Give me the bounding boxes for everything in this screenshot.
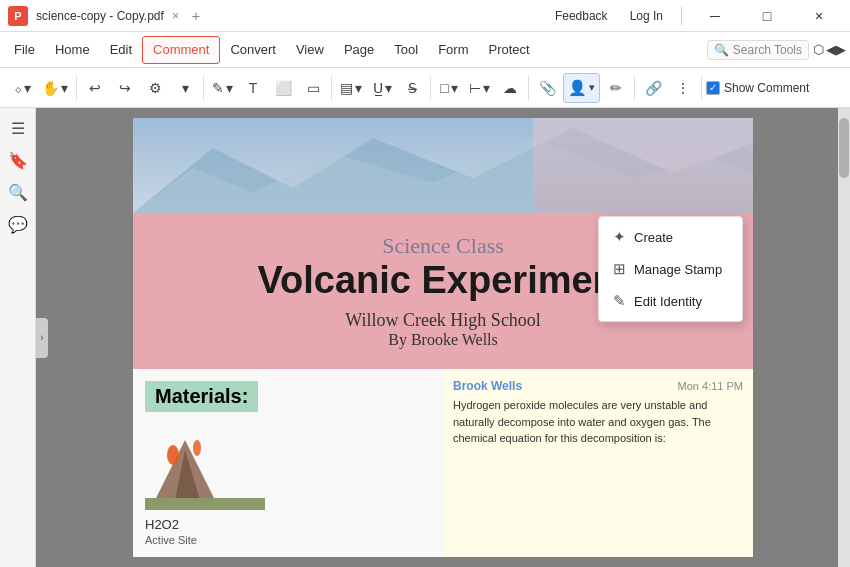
search-tools[interactable]: 🔍 Search Tools: [707, 40, 809, 60]
link-icon: 🔗: [645, 80, 662, 96]
close-tab-button[interactable]: ×: [172, 8, 180, 23]
sticky-note-button[interactable]: ✎▾: [208, 73, 237, 103]
maximize-button[interactable]: □: [744, 0, 790, 32]
menu-view[interactable]: View: [286, 36, 334, 64]
separator1: [76, 76, 77, 100]
active-site-label: Active Site: [145, 534, 431, 546]
dropdown-edit-identity-label: Edit Identity: [634, 294, 702, 309]
material-formula: H2O2: [145, 517, 431, 532]
show-comment-text: Show Comment: [724, 81, 809, 95]
settings-button[interactable]: ⚙: [141, 73, 169, 103]
highlight-button[interactable]: ▤▾: [336, 73, 366, 103]
note-author: Brook Wells: [453, 379, 522, 393]
title-author: By Brooke Wells: [143, 331, 743, 349]
svg-rect-3: [533, 118, 753, 213]
menu-convert[interactable]: Convert: [220, 36, 286, 64]
dropdown-create-label: Create: [634, 230, 673, 245]
sidebar-item-nav[interactable]: ☰: [4, 114, 32, 142]
menu-home[interactable]: Home: [45, 36, 100, 64]
stamp-dropdown-menu: ✦ Create ⊞ Manage Stamp ✎ Edit Identity: [598, 216, 743, 322]
tab-title: science-copy - Copy.pdf: [36, 9, 164, 23]
stamp-dropdown-arrow: ▾: [589, 81, 595, 94]
sign-icon: ✏: [610, 80, 622, 96]
menubar: File Home Edit Comment Convert View Page…: [0, 32, 850, 68]
svg-rect-8: [145, 498, 265, 510]
close-button[interactable]: ×: [796, 0, 842, 32]
search-icon: 🔍: [8, 183, 28, 202]
menu-page[interactable]: Page: [334, 36, 384, 64]
measure-button[interactable]: ⊢▾: [465, 73, 494, 103]
stamp-button[interactable]: 👤▾: [563, 73, 600, 103]
show-comment-label: ✓ Show Comment: [706, 81, 809, 95]
back-icon[interactable]: ◀: [826, 42, 836, 57]
dropdown-item-manage[interactable]: ⊞ Manage Stamp: [599, 253, 742, 285]
separator4: [430, 76, 431, 100]
cloudshape-button[interactable]: ☁: [496, 73, 524, 103]
chevron-right-icon: ›: [40, 332, 43, 343]
menu-file[interactable]: File: [4, 36, 45, 64]
header-svg: [133, 118, 753, 213]
note-text: Hydrogen peroxide molecules are very uns…: [453, 397, 743, 447]
attachment-icon: 📎: [539, 80, 556, 96]
titlebar: P science-copy - Copy.pdf × + Feedback L…: [0, 0, 850, 32]
shapes-button[interactable]: □▾: [435, 73, 463, 103]
menu-edit[interactable]: Edit: [100, 36, 142, 64]
materials-section: Materials: H2O2 Active Site: [133, 369, 753, 557]
pdf-page: Science Class Volcanic Experiment Willow…: [133, 118, 753, 557]
cloudshape-icon: ☁: [503, 80, 517, 96]
menu-form[interactable]: Form: [428, 36, 478, 64]
scroll-thumb[interactable]: [839, 118, 849, 178]
menu-comment[interactable]: Comment: [142, 36, 220, 64]
materials-label: Materials:: [145, 381, 258, 412]
separator6: [634, 76, 635, 100]
show-comment-checkbox[interactable]: ✓: [706, 81, 720, 95]
sidebar-item-bookmark[interactable]: 🔖: [4, 146, 32, 174]
collapse-handle[interactable]: ›: [36, 318, 48, 358]
nav-icon: ☰: [11, 119, 25, 138]
callout-icon: ⬜: [275, 80, 292, 96]
menu-protect[interactable]: Protect: [478, 36, 539, 64]
attachment-button[interactable]: 📎: [533, 73, 561, 103]
materials-right: Brook Wells Mon 4:11 PM Hydrogen peroxid…: [443, 369, 753, 557]
svg-point-6: [167, 445, 179, 465]
link-button[interactable]: 🔗: [639, 73, 667, 103]
sidebar-item-search[interactable]: 🔍: [4, 178, 32, 206]
feedback-button[interactable]: Feedback: [547, 7, 616, 25]
sign-button[interactable]: ✏: [602, 73, 630, 103]
menu-tool[interactable]: Tool: [384, 36, 428, 64]
dropdown-button[interactable]: ▾: [171, 73, 199, 103]
select-tool-button[interactable]: ⬦▾: [8, 73, 36, 103]
svg-point-7: [193, 440, 201, 456]
text-box-icon: ▭: [307, 80, 320, 96]
dropdown-item-edit-identity[interactable]: ✎ Edit Identity: [599, 285, 742, 317]
forward-icon[interactable]: ▶: [836, 42, 846, 57]
bookmark-icon: 🔖: [8, 151, 28, 170]
edit-identity-icon: ✎: [613, 292, 626, 310]
dropdown-item-create[interactable]: ✦ Create: [599, 221, 742, 253]
external-link-icon[interactable]: ⬡: [813, 42, 824, 57]
scrollbar-right[interactable]: [838, 108, 850, 567]
pdf-area: ›: [36, 108, 850, 567]
note-time: Mon 4:11 PM: [678, 380, 743, 392]
text-box-button[interactable]: ▭: [299, 73, 327, 103]
separator3: [331, 76, 332, 100]
typewriter-icon: T: [249, 80, 258, 96]
underline-button[interactable]: U̲▾: [368, 73, 396, 103]
new-tab-button[interactable]: +: [191, 7, 200, 24]
sidebar-item-comment[interactable]: 💬: [4, 210, 32, 238]
comment-icon: 💬: [8, 215, 28, 234]
search-icon: 🔍: [714, 43, 729, 57]
login-button[interactable]: Log In: [622, 7, 671, 25]
hand-icon: ✋: [42, 80, 59, 96]
redo-button[interactable]: ↪: [111, 73, 139, 103]
callout-button[interactable]: ⬜: [269, 73, 297, 103]
typewriter-button[interactable]: T: [239, 73, 267, 103]
app-icon: P: [8, 6, 28, 26]
hand-tool-button[interactable]: ✋▾: [38, 73, 72, 103]
stamp-icon: 👤: [568, 79, 587, 97]
strikethrough-button[interactable]: S̶: [398, 73, 426, 103]
page-header-image: [133, 118, 753, 213]
more-button[interactable]: ⋮: [669, 73, 697, 103]
undo-button[interactable]: ↩: [81, 73, 109, 103]
minimize-button[interactable]: ─: [692, 0, 738, 32]
